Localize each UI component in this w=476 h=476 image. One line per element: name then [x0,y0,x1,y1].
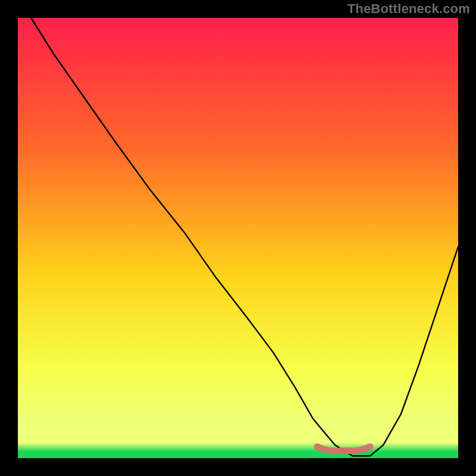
plot-background [18,18,458,458]
bottleneck-chart [0,0,476,476]
chart-frame: TheBottleneck.com [0,0,476,476]
watermark: TheBottleneck.com [347,1,470,17]
